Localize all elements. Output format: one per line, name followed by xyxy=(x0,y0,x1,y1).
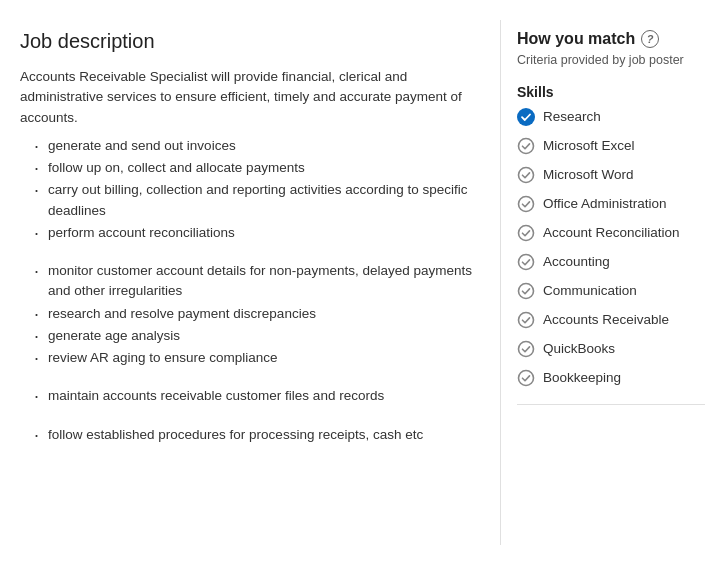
skill-item: Microsoft Excel xyxy=(517,137,705,158)
list-item: review AR aging to ensure compliance xyxy=(20,348,480,368)
skill-name: Accounts Receivable xyxy=(543,311,669,330)
list-item: follow established procedures for proces… xyxy=(20,425,480,445)
left-panel: Job description Accounts Receivable Spec… xyxy=(0,20,501,545)
bullet-list-section2: monitor customer account details for non… xyxy=(20,261,480,368)
skill-name: Research xyxy=(543,108,601,127)
list-item: follow up on, collect and allocate payme… xyxy=(20,158,480,178)
circle-outline-icon xyxy=(517,369,535,390)
skills-list: Research Microsoft Excel Microsoft Word … xyxy=(517,108,705,390)
checked-circle-icon xyxy=(517,108,535,129)
skill-name: Microsoft Word xyxy=(543,166,634,185)
circle-outline-icon xyxy=(517,282,535,303)
list-item: generate age analysis xyxy=(20,326,480,346)
svg-point-8 xyxy=(519,341,534,356)
circle-outline-icon xyxy=(517,166,535,187)
skill-item: Communication xyxy=(517,282,705,303)
bullet-list-section1: generate and send out invoices follow up… xyxy=(20,136,480,243)
job-intro-text: Accounts Receivable Specialist will prov… xyxy=(20,67,480,128)
circle-outline-icon xyxy=(517,253,535,274)
how-you-match-header: How you match ? xyxy=(517,30,705,48)
circle-outline-icon xyxy=(517,137,535,158)
how-you-match-title: How you match xyxy=(517,30,635,48)
circle-outline-icon xyxy=(517,340,535,361)
svg-point-0 xyxy=(517,108,535,126)
list-item: research and resolve payment discrepanci… xyxy=(20,304,480,324)
skill-item: QuickBooks xyxy=(517,340,705,361)
svg-point-7 xyxy=(519,312,534,327)
skill-name: Office Administration xyxy=(543,195,667,214)
skill-item: Bookkeeping xyxy=(517,369,705,390)
bullet-list-section3: maintain accounts receivable customer fi… xyxy=(20,386,480,406)
skill-name: Communication xyxy=(543,282,637,301)
page-container: Job description Accounts Receivable Spec… xyxy=(0,0,721,565)
svg-point-6 xyxy=(519,283,534,298)
circle-outline-icon xyxy=(517,195,535,216)
svg-point-5 xyxy=(519,254,534,269)
skill-item: Research xyxy=(517,108,705,129)
list-item: generate and send out invoices xyxy=(20,136,480,156)
skill-item: Accounts Receivable xyxy=(517,311,705,332)
svg-point-1 xyxy=(519,138,534,153)
svg-point-3 xyxy=(519,196,534,211)
svg-point-9 xyxy=(519,370,534,385)
job-description-title: Job description xyxy=(20,30,480,53)
info-icon[interactable]: ? xyxy=(641,30,659,48)
bullet-list-section4: follow established procedures for proces… xyxy=(20,425,480,445)
svg-point-4 xyxy=(519,225,534,240)
skill-item: Microsoft Word xyxy=(517,166,705,187)
criteria-text: Criteria provided by job poster xyxy=(517,52,705,70)
list-item: carry out billing, collection and report… xyxy=(20,180,480,221)
list-item: perform account reconciliations xyxy=(20,223,480,243)
skill-item: Account Reconciliation xyxy=(517,224,705,245)
skill-name: Microsoft Excel xyxy=(543,137,635,156)
skills-label: Skills xyxy=(517,84,705,100)
skill-name: Account Reconciliation xyxy=(543,224,680,243)
svg-point-2 xyxy=(519,167,534,182)
skill-item: Accounting xyxy=(517,253,705,274)
skill-item: Office Administration xyxy=(517,195,705,216)
right-panel: How you match ? Criteria provided by job… xyxy=(501,20,721,545)
divider xyxy=(517,404,705,405)
circle-outline-icon xyxy=(517,311,535,332)
skill-name: Bookkeeping xyxy=(543,369,621,388)
list-item: maintain accounts receivable customer fi… xyxy=(20,386,480,406)
skill-name: Accounting xyxy=(543,253,610,272)
list-item: monitor customer account details for non… xyxy=(20,261,480,302)
skill-name: QuickBooks xyxy=(543,340,615,359)
circle-outline-icon xyxy=(517,224,535,245)
